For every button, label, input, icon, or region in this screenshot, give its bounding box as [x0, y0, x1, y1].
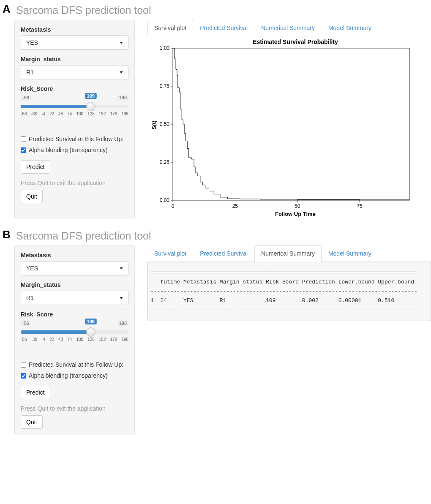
svg-text:50: 50: [295, 203, 300, 209]
app-title: Sarcoma DFS prediction tool: [16, 4, 431, 16]
panel-b: B Sarcoma DFS prediction tool Metastasis…: [0, 230, 431, 435]
metastasis-select[interactable]: YES: [21, 261, 128, 275]
quit-help: Press Quit to exit the application: [21, 180, 128, 186]
metastasis-select[interactable]: YES: [21, 35, 128, 50]
margin-value: R1: [26, 69, 34, 76]
risk-label: Risk_Score: [21, 85, 128, 92]
margin-label: Margin_status: [21, 281, 128, 288]
margin-label: Margin_status: [21, 56, 128, 63]
chevron-down-icon: [120, 71, 123, 74]
tab-model-summary[interactable]: Model Summary: [322, 245, 378, 262]
risk-label: Risk_Score: [21, 311, 128, 318]
margin-select[interactable]: R1: [21, 291, 128, 305]
tab-survival-plot[interactable]: Survival plot: [147, 245, 193, 262]
chevron-down-icon: [120, 267, 123, 270]
main-pane: Survival plot Predicted Survival Numeric…: [147, 20, 431, 219]
svg-text:0.00: 0.00: [160, 197, 170, 203]
svg-text:0: 0: [172, 203, 175, 209]
svg-text:75: 75: [357, 203, 363, 209]
risk-min: -56: [21, 95, 31, 101]
checkbox-pred-survival[interactable]: Predicted Survival at this Follow Up:: [21, 361, 128, 368]
tab-predicted-survival[interactable]: Predicted Survival: [193, 20, 254, 36]
tab-predicted-survival[interactable]: Predicted Survival: [193, 245, 254, 262]
predict-button[interactable]: Predict: [21, 160, 50, 174]
survival-plot: Estimated Survival Probability Follow Up…: [147, 36, 414, 218]
predict-button[interactable]: Predict: [21, 386, 50, 399]
margin-select[interactable]: R1: [21, 65, 128, 79]
chevron-down-icon: [120, 42, 123, 44]
tab-model-summary[interactable]: Model Summary: [322, 20, 378, 36]
metastasis-label: Metastasis: [21, 252, 128, 259]
main-pane: Survival plot Predicted Survival Numeric…: [147, 245, 431, 435]
chevron-down-icon: [120, 297, 123, 299]
checkbox-alpha[interactable]: Alpha blending (transparency): [21, 372, 128, 379]
risk-slider[interactable]: -56 198 109 -56-30 -422 4874 100126 1521…: [21, 320, 128, 342]
risk-max: 198: [117, 95, 128, 101]
quit-button[interactable]: Quit: [21, 190, 43, 203]
app-title: Sarcoma DFS prediction tool: [16, 230, 431, 242]
risk-min: -56: [21, 320, 31, 326]
quit-help: Press Quit to exit the application: [21, 405, 128, 412]
panel-a: A Sarcoma DFS prediction tool Metastasis…: [0, 4, 431, 219]
tab-numerical-summary[interactable]: Numerical Summary: [254, 20, 322, 36]
quit-button[interactable]: Quit: [21, 415, 43, 429]
svg-text:1.00: 1.00: [160, 45, 170, 51]
tab-survival-plot[interactable]: Survival plot: [147, 20, 193, 36]
svg-text:S(t): S(t): [151, 120, 157, 130]
svg-text:0.75: 0.75: [160, 83, 170, 89]
margin-value: R1: [26, 294, 34, 301]
panel-letter-b: B: [3, 228, 11, 241]
svg-text:0.50: 0.50: [160, 121, 170, 127]
risk-slider[interactable]: -56 198 109 -56-30 -422 4874 100126 1521…: [21, 95, 128, 116]
checkbox-input[interactable]: [21, 373, 26, 379]
risk-value-badge: 109: [85, 93, 97, 99]
numerical-summary-output: ========================================…: [147, 262, 431, 321]
svg-text:Estimated Survival Probability: Estimated Survival Probability: [253, 38, 338, 45]
risk-value-badge: 109: [85, 319, 97, 324]
checkbox-pred-survival[interactable]: Predicted Survival at this Follow Up:: [21, 136, 128, 142]
checkbox-input[interactable]: [21, 362, 26, 368]
slider-thumb[interactable]: [86, 102, 95, 111]
risk-ticks: -56-30 -422 4874 100126 152178 196: [21, 112, 128, 116]
svg-text:0.25: 0.25: [160, 159, 170, 165]
svg-text:25: 25: [232, 203, 238, 209]
sidebar: Metastasis YES Margin_status R1 Risk_Sco…: [14, 245, 135, 435]
tab-bar: Survival plot Predicted Survival Numeric…: [147, 245, 431, 262]
checkbox-input[interactable]: [21, 147, 26, 153]
risk-ticks: -56-30 -422 4874 100126 152178 196: [21, 337, 128, 342]
svg-text:Follow Up Time: Follow Up Time: [275, 211, 316, 217]
checkbox-alpha[interactable]: Alpha blending (transparency): [21, 147, 128, 153]
metastasis-label: Metastasis: [21, 26, 128, 33]
panel-letter-a: A: [3, 3, 11, 16]
sidebar: Metastasis YES Margin_status R1 Risk_Sco…: [14, 20, 135, 219]
metastasis-value: YES: [26, 265, 38, 272]
svg-rect-1: [173, 48, 409, 200]
risk-max: 198: [117, 320, 128, 326]
tab-numerical-summary[interactable]: Numerical Summary: [254, 245, 322, 262]
checkbox-input[interactable]: [21, 136, 26, 142]
tab-bar: Survival plot Predicted Survival Numeric…: [147, 20, 431, 36]
plot-container: Estimated Survival Probability Follow Up…: [147, 36, 431, 219]
metastasis-value: YES: [26, 39, 38, 46]
slider-thumb[interactable]: [86, 327, 95, 337]
